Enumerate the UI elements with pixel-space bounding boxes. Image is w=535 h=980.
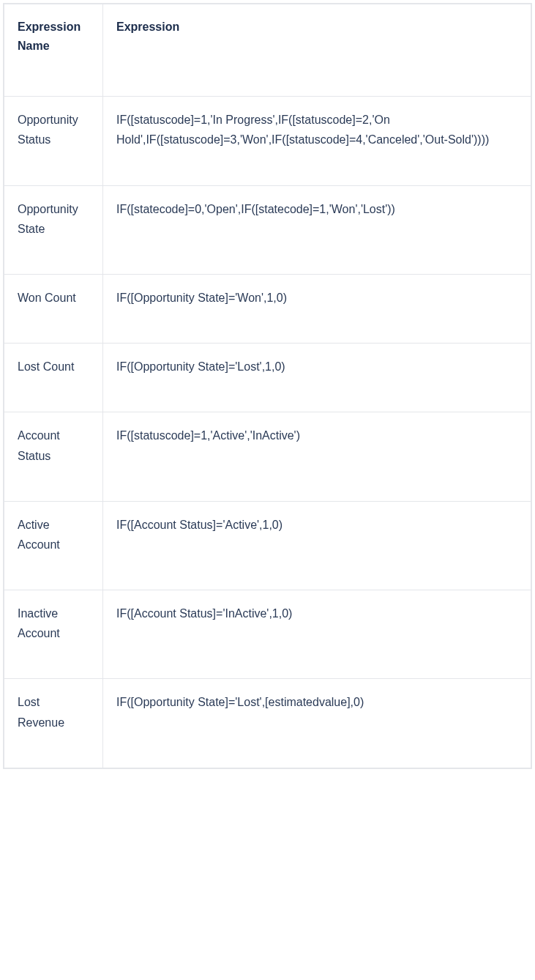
expression-table-container: Expression Name Expression Opportunity S… — [3, 3, 532, 769]
table-row: Lost CountIF([Opportunity State]='Lost',… — [4, 344, 531, 412]
header-expression: Expression — [103, 4, 531, 97]
header-expression-name: Expression Name — [4, 4, 103, 97]
cell-expression-name: Inactive Account — [4, 590, 103, 679]
cell-expression-name: Lost Count — [4, 344, 103, 412]
cell-expression-name: Won Count — [4, 274, 103, 343]
cell-expression-name: Active Account — [4, 501, 103, 590]
table-row: Inactive AccountIF([Account Status]='InA… — [4, 590, 531, 679]
cell-expression-name: Opportunity Status — [4, 97, 103, 185]
cell-expression: IF([statuscode]=1,'In Progress',IF([stat… — [103, 97, 531, 185]
table-row: Opportunity StateIF([statecode]=0,'Open'… — [4, 185, 531, 274]
cell-expression-name: Lost Revenue — [4, 679, 103, 768]
cell-expression: IF([Opportunity State]='Lost',[estimated… — [103, 679, 531, 768]
cell-expression: IF([statecode]=0,'Open',IF([statecode]=1… — [103, 185, 531, 274]
table-row: Active AccountIF([Account Status]='Activ… — [4, 501, 531, 590]
expression-table: Expression Name Expression Opportunity S… — [4, 4, 531, 768]
cell-expression-name: Opportunity State — [4, 185, 103, 274]
table-row: Won CountIF([Opportunity State]='Won',1,… — [4, 274, 531, 343]
cell-expression: IF([Opportunity State]='Won',1,0) — [103, 274, 531, 343]
cell-expression: IF([Account Status]='Active',1,0) — [103, 501, 531, 590]
table-row: Opportunity StatusIF([statuscode]=1,'In … — [4, 97, 531, 185]
table-row: Lost RevenueIF([Opportunity State]='Lost… — [4, 679, 531, 768]
cell-expression: IF([Account Status]='InActive',1,0) — [103, 590, 531, 679]
cell-expression-name: Account Status — [4, 412, 103, 501]
table-row: Account StatusIF([statuscode]=1,'Active'… — [4, 412, 531, 501]
table-header-row: Expression Name Expression — [4, 4, 531, 97]
cell-expression: IF([Opportunity State]='Lost',1,0) — [103, 344, 531, 412]
cell-expression: IF([statuscode]=1,'Active','InActive') — [103, 412, 531, 501]
